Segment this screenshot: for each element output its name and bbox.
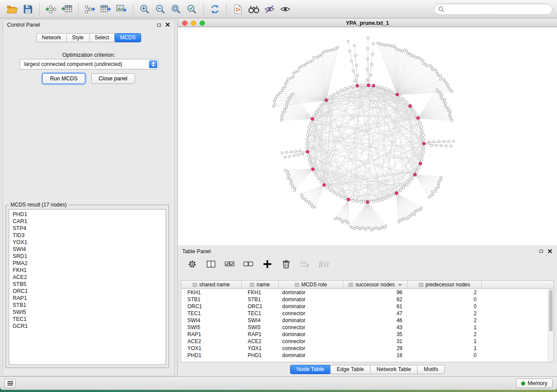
- table-cell: 96: [343, 289, 408, 296]
- list-item[interactable]: RAP1: [9, 295, 166, 302]
- show-eye-button[interactable]: [277, 2, 293, 17]
- list-item[interactable]: YOX1: [9, 239, 166, 246]
- zoom-out-button[interactable]: [152, 2, 168, 17]
- memory-button[interactable]: Memory: [516, 378, 553, 388]
- list-item[interactable]: SRD1: [9, 253, 166, 260]
- list-item[interactable]: TID3: [9, 232, 166, 239]
- table-row[interactable]: SWI4SWI4dominator462: [181, 317, 548, 324]
- tab-edge-table[interactable]: Edge Table: [330, 365, 370, 374]
- function-builder-button[interactable]: f(x): [318, 258, 329, 270]
- show-eye-icon: [280, 4, 291, 14]
- table-cell: dominator: [279, 331, 343, 338]
- list-item[interactable]: GCR1: [9, 323, 166, 330]
- network-graph[interactable]: [178, 28, 557, 245]
- float-panel-icon[interactable]: [540, 250, 543, 253]
- mcds-result-group: MCDS result (17 nodes) PHD1CAR1STP4TID3Y…: [6, 205, 169, 368]
- share-document-button[interactable]: [230, 2, 246, 17]
- chevron-down-icon: [398, 283, 402, 286]
- table-cell: 61: [343, 303, 408, 310]
- import-table-button[interactable]: [59, 2, 75, 17]
- table-row[interactable]: SWI5SWI5connector431: [181, 324, 548, 331]
- export-table-button[interactable]: [98, 2, 114, 17]
- table-row[interactable]: ACE2ACE2connector311: [181, 338, 548, 345]
- column-header[interactable]: name: [242, 281, 279, 289]
- list-item[interactable]: STB1: [9, 302, 166, 309]
- list-item[interactable]: SWI5: [9, 309, 166, 316]
- table-cell: RAP1: [181, 331, 242, 338]
- table-row[interactable]: TEC1TEC1connector472: [181, 310, 548, 317]
- add-button[interactable]: [262, 258, 273, 270]
- close-window-icon[interactable]: [182, 21, 187, 26]
- run-mcds-button[interactable]: Run MCDS: [42, 73, 85, 84]
- table-row[interactable]: STB1STB1dominator620: [181, 296, 548, 303]
- column-header[interactable]: successor nodes: [343, 281, 408, 289]
- network-canvas[interactable]: [178, 28, 557, 245]
- gear-button[interactable]: [187, 258, 198, 270]
- close-panel-button[interactable]: Close panel: [91, 73, 135, 84]
- list-item[interactable]: STB5: [9, 281, 166, 288]
- column-header-filler: [482, 281, 554, 289]
- search-box[interactable]: [434, 3, 553, 15]
- table-row[interactable]: FKH1FKH1dominator962: [181, 289, 548, 296]
- clear-table-button[interactable]: [299, 258, 311, 270]
- list-item[interactable]: SWI4: [9, 246, 166, 253]
- table-cell: 43: [343, 324, 408, 331]
- table-cell: 46: [343, 317, 408, 324]
- tab-select[interactable]: Select: [89, 33, 115, 42]
- list-item[interactable]: PHD1: [9, 211, 166, 218]
- zoom-fit-button[interactable]: [168, 2, 184, 17]
- table-row[interactable]: YOX1YOX1connector291: [181, 345, 548, 352]
- tab-network-table[interactable]: Network Table: [370, 365, 418, 374]
- binoculars-icon: [248, 4, 259, 14]
- tab-mcds[interactable]: MCDS: [114, 33, 141, 42]
- criterion-dropdown[interactable]: largest connected component (undirected): [20, 59, 159, 69]
- column-label: successor nodes: [355, 282, 394, 288]
- import-network-button[interactable]: [43, 2, 59, 17]
- close-panel-icon[interactable]: ✕: [547, 249, 553, 254]
- column-header[interactable]: shared name: [181, 281, 242, 289]
- tab-style[interactable]: Style: [66, 33, 90, 42]
- close-panel-icon[interactable]: ✕: [165, 23, 170, 27]
- column-header[interactable]: MCDS role: [279, 281, 343, 289]
- select-all-button[interactable]: [224, 258, 235, 270]
- delete-icon: [281, 259, 291, 269]
- open-file-button[interactable]: [4, 2, 20, 17]
- unselect-all-button[interactable]: [243, 258, 254, 270]
- binoculars-button[interactable]: [246, 2, 262, 17]
- save-session-button[interactable]: [20, 2, 36, 17]
- table-row[interactable]: PHD1PHD1dominator180: [181, 352, 548, 359]
- table-scrollbar[interactable]: [548, 289, 554, 362]
- table-cell: connector: [279, 338, 343, 345]
- list-item[interactable]: STP4: [9, 225, 166, 232]
- refresh-button[interactable]: [207, 2, 223, 17]
- tab-network[interactable]: Network: [36, 33, 67, 42]
- search-input[interactable]: [447, 6, 548, 12]
- delete-button[interactable]: [280, 258, 292, 270]
- list-item[interactable]: CAR1: [9, 218, 166, 225]
- list-item[interactable]: ACE2: [9, 274, 166, 281]
- export-image-button[interactable]: [114, 2, 129, 17]
- export-network-icon: [84, 4, 96, 14]
- maximize-window-icon[interactable]: [200, 21, 205, 26]
- minimize-window-icon[interactable]: [191, 21, 196, 26]
- tab-node-table[interactable]: Node Table: [290, 365, 331, 374]
- table-row[interactable]: ORC1ORC1dominator610: [181, 303, 548, 310]
- list-item[interactable]: TEC1: [9, 316, 166, 323]
- options-menu-button[interactable]: [4, 379, 16, 388]
- zoom-in-button[interactable]: [137, 2, 152, 17]
- float-panel-icon[interactable]: [157, 24, 161, 27]
- columns-button[interactable]: [205, 258, 217, 270]
- tab-motifs[interactable]: Motifs: [417, 365, 445, 374]
- table-cell: 2: [408, 331, 482, 338]
- mcds-result-title: MCDS result (17 nodes): [9, 202, 69, 208]
- table-cell: connector: [279, 345, 343, 352]
- scrollbar-thumb[interactable]: [549, 290, 553, 331]
- zoom-selected-button[interactable]: [184, 2, 200, 17]
- list-item[interactable]: FKH1: [9, 267, 166, 274]
- list-item[interactable]: PMA2: [9, 260, 166, 267]
- export-network-button[interactable]: [82, 2, 98, 17]
- list-item[interactable]: ORC1: [9, 288, 166, 295]
- table-row[interactable]: RAP1RAP1dominator352: [181, 331, 548, 338]
- hide-eye-button[interactable]: [262, 2, 277, 17]
- column-header[interactable]: predecessor nodes: [408, 281, 482, 289]
